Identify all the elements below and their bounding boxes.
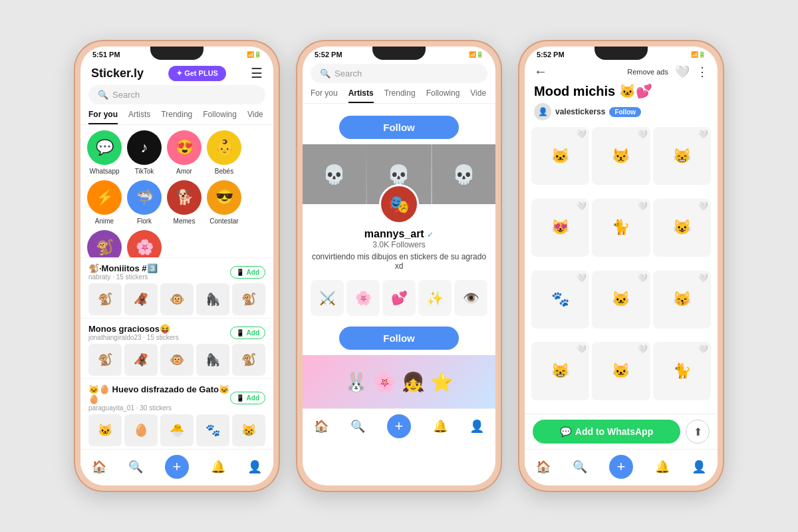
category-icon-tiktok: ♪ — [127, 130, 162, 165]
app-logo: Sticker.ly — [91, 66, 144, 80]
nav-home-2[interactable]: 🏠 — [314, 419, 329, 434]
grid-sticker[interactable]: 🐱🤍 — [592, 342, 650, 400]
sticker-thumb: 🐒 — [232, 344, 265, 376]
category-icon-amor: 😍 — [167, 130, 201, 165]
grid-sticker[interactable]: 😸🤍 — [653, 127, 711, 185]
more-options-icon[interactable]: ⋮ — [696, 65, 708, 79]
follow-button-top[interactable]: Follow — [339, 116, 459, 139]
bottom-nav-2: 🏠 🔍 + 🔔 👤 — [303, 408, 495, 445]
nav-plus-1[interactable]: + — [165, 455, 189, 479]
pack-title-monos: Monos graciosos😝 — [88, 324, 179, 334]
tab-for-you[interactable]: For you — [88, 110, 118, 124]
artist-banner: 💀 💀 💀 🎭 — [303, 144, 495, 204]
nav-profile-1[interactable]: 👤 — [247, 460, 262, 474]
category-flork[interactable]: 🦈 Flork — [127, 180, 162, 225]
p1-search-placeholder: Search — [112, 90, 140, 100]
tab-trending-2[interactable]: Trending — [384, 88, 416, 103]
phone-1: 5:51 PM 📶🔋 Sticker.ly ✦ Get PLUS ☰ 🔍 Sea… — [74, 40, 280, 492]
category-animales[interactable]: 🐒 Animales — [87, 230, 122, 257]
back-button[interactable]: ← — [534, 64, 547, 79]
p2-search-bar[interactable]: 🔍 Search — [311, 64, 487, 83]
category-icon-memes: 🐕 — [167, 180, 201, 215]
nav-home-3[interactable]: 🏠 — [536, 460, 551, 474]
p1-search-bar[interactable]: 🔍 Search — [88, 85, 265, 104]
nav-plus-2[interactable]: + — [387, 414, 411, 438]
sticker-thumb: 🐱 — [88, 414, 122, 446]
remove-ads-link[interactable]: Remove ads — [627, 68, 668, 76]
category-contestar[interactable]: 😎 Contestar — [207, 180, 241, 225]
category-icon-anime: ⚡ — [87, 180, 122, 215]
p1-tabs: For you Artists Trending Following Vide — [80, 110, 273, 125]
sticker-thumb: 🦧 — [124, 283, 158, 315]
tab-following-2[interactable]: Following — [426, 88, 460, 103]
p3-actions: Remove ads 🤍 ⋮ — [627, 65, 708, 79]
pack-sub-moniiitos: nabraty · 15 stickers — [88, 273, 158, 281]
tab-vide[interactable]: Vide — [247, 110, 263, 124]
get-plus-button[interactable]: ✦ Get PLUS — [168, 66, 226, 81]
sticker-row-monos: 🐒 🦧 🐵 🦍 🐒 — [88, 344, 265, 376]
nav-bell-2[interactable]: 🔔 — [433, 419, 448, 434]
category-anime[interactable]: ⚡ Anime — [87, 180, 122, 225]
grid-sticker[interactable]: 🐈🤍 — [653, 342, 711, 400]
tab-vide-2[interactable]: Vide — [470, 88, 486, 103]
preview-sticker: 👁️ — [454, 280, 487, 316]
nav-search-3[interactable]: 🔍 — [573, 460, 587, 474]
p2-search-placeholder: Search — [334, 68, 362, 78]
category-amor[interactable]: 😍 Amor — [167, 130, 201, 175]
tab-following[interactable]: Following — [203, 110, 237, 124]
category-tiktok[interactable]: ♪ TikTok — [127, 130, 162, 175]
share-button[interactable]: ⬆ — [686, 420, 710, 444]
bottom-nav-1: 🏠 🔍 + 🔔 👤 — [80, 449, 273, 485]
whatsapp-icon-1: 📱 — [236, 269, 244, 276]
pack-sub-monos: jonathangiraldo23 · 15 stickers — [88, 334, 179, 341]
add-whatsapp-bar: 💬 Add to WhatsApp ⬆ — [525, 414, 718, 449]
category-icon-personajes: 🌸 — [127, 230, 162, 257]
grid-sticker[interactable]: 😺🤍 — [653, 199, 711, 257]
nav-bell-1[interactable]: 🔔 — [211, 460, 225, 474]
add-whatsapp-button[interactable]: 💬 Add to WhatsApp — [533, 420, 680, 444]
whatsapp-icon-3: 📱 — [236, 394, 244, 402]
nav-profile-3[interactable]: 👤 — [692, 460, 706, 474]
category-memes[interactable]: 🐕 Memes — [167, 180, 201, 225]
category-personajes[interactable]: 🌸 Personajes — [127, 230, 162, 257]
pack-moniiitos: 🐒·Moniiitos #3️⃣ nabraty · 15 stickers 📱… — [80, 257, 273, 318]
grid-sticker[interactable]: 😻🤍 — [531, 199, 589, 257]
heart-icon[interactable]: 🤍 — [675, 65, 690, 79]
ad-flower: 🌸 — [373, 371, 396, 393]
nav-search-1[interactable]: 🔍 — [128, 460, 143, 474]
nav-bell-3[interactable]: 🔔 — [655, 460, 670, 474]
tab-for-you-2[interactable]: For you — [311, 88, 338, 103]
nav-plus-3[interactable]: + — [609, 455, 633, 479]
tab-artists[interactable]: Artists — [128, 110, 150, 124]
sticker-thumb: 🐾 — [196, 414, 229, 446]
hamburger-icon[interactable]: ☰ — [251, 65, 263, 81]
grid-sticker[interactable]: 🐾🤍 — [531, 271, 589, 329]
grid-sticker[interactable]: 😾🤍 — [592, 127, 650, 185]
grid-sticker[interactable]: 🐈🤍 — [592, 199, 650, 257]
sticker-thumb: 🐵 — [160, 344, 194, 376]
sticker-thumb: 😸 — [232, 414, 265, 446]
add-button-moniiitos[interactable]: 📱 Add — [230, 266, 265, 279]
nav-search-2[interactable]: 🔍 — [350, 419, 365, 434]
add-button-monos[interactable]: 📱 Add — [230, 327, 265, 339]
phone-3: 5:52 PM 📶🔋 ← Remove ads 🤍 ⋮ Mood michis … — [518, 40, 724, 492]
follow-small-button[interactable]: Follow — [609, 107, 641, 117]
category-bebes[interactable]: 👶 Bebés — [207, 130, 241, 175]
grid-sticker[interactable]: 😸🤍 — [531, 342, 589, 400]
sticker-row-huevo: 🐱 🥚 🐣 🐾 😸 — [88, 414, 265, 446]
followers-count: 3.0K Followers — [311, 240, 487, 249]
tab-trending[interactable]: Trending — [161, 110, 192, 124]
nav-profile-2[interactable]: 👤 — [469, 419, 484, 434]
nav-home-1[interactable]: 🏠 — [92, 460, 106, 474]
follow-button-bottom[interactable]: Follow — [339, 327, 459, 350]
grid-sticker[interactable]: 🐱🤍 — [531, 127, 589, 185]
verified-icon: ✓ — [427, 230, 434, 239]
grid-sticker[interactable]: 🐱🤍 — [592, 271, 650, 329]
preview-sticker: ⚔️ — [311, 280, 344, 316]
grid-sticker[interactable]: 😽🤍 — [653, 271, 711, 329]
category-whatsapp[interactable]: 💬 Whatsapp — [87, 130, 122, 175]
p3-pack-title: Mood michis 🐱💕 — [525, 82, 718, 100]
status-icons-1: 📶🔋 — [247, 51, 261, 58]
tab-artists-2[interactable]: Artists — [348, 88, 374, 103]
add-button-huevo[interactable]: 📱 Add — [230, 392, 265, 404]
